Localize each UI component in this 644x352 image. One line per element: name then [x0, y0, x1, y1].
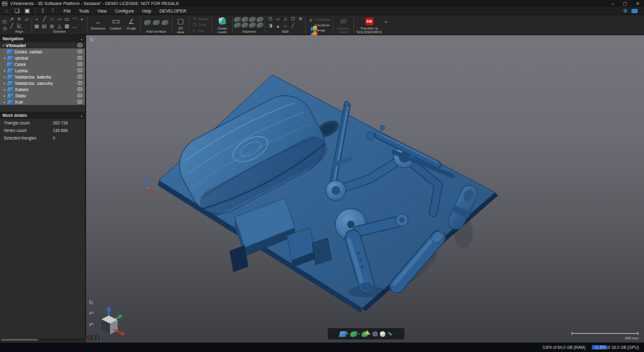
viewport-rotate-icon[interactable]: ↻	[90, 37, 94, 43]
improve-smooth-icon[interactable]	[257, 17, 264, 22]
mesh-display-icon[interactable]	[339, 331, 347, 337]
distance-button[interactable]: ↔ Distance	[89, 16, 108, 35]
visibility-eye-icon[interactable]	[77, 75, 82, 79]
tree-node-mesh[interactable]: Celek	[0, 61, 85, 67]
tree-node-mesh[interactable]: ▸ Kabely	[0, 86, 85, 92]
feedback-chat-icon[interactable]	[631, 9, 638, 13]
turntable-rotate-icon[interactable]: ↻	[89, 299, 94, 305]
3d-viewport[interactable]: ↻ ↻ ↶ ↶ X Y Z ▾ ▾ ▾ ◍	[86, 35, 644, 343]
edit-crop-icon[interactable]: ◳	[267, 16, 274, 22]
tree-node-mesh[interactable]: Deska_zaklad	[0, 48, 85, 55]
roll-left-icon[interactable]: ↶	[89, 311, 94, 317]
combine-button[interactable]: Combine	[308, 23, 330, 28]
align-best-fit-icon[interactable]: ✳	[16, 16, 23, 22]
tree-node-mesh[interactable]: ▸ Stativ	[0, 92, 85, 99]
edit-split-icon[interactable]: ◨	[267, 23, 274, 29]
transfer-to-solidworks-button[interactable]: SW Transfer to SOLIDWORKS ▾	[355, 16, 388, 35]
panel-scrollbar-thumb[interactable]	[1, 339, 38, 341]
visibility-eye-icon[interactable]	[77, 56, 82, 60]
edit-boolean-icon[interactable]: ⊕	[297, 16, 304, 22]
edit-mirror-icon[interactable]: ◫	[289, 16, 296, 22]
menu-file[interactable]: File	[64, 9, 70, 13]
2d-view-button[interactable]: ▢ 2D view	[174, 16, 187, 35]
visibility-eye-icon[interactable]	[77, 100, 82, 104]
entity-rectangle-icon[interactable]: ▭	[64, 16, 70, 22]
edit-triangle-icon[interactable]: △	[282, 16, 289, 22]
roll-right-icon[interactable]: ↶	[89, 322, 94, 328]
orbit-sphere-icon[interactable]: ◴	[1, 19, 8, 25]
tree-node-mesh[interactable]: ▸ Nabijecka_baterky	[0, 74, 85, 80]
orbit-rotate-icon[interactable]: ◷	[1, 26, 8, 32]
save-icon[interactable]: ▣	[23, 8, 31, 14]
surface-display-icon[interactable]	[350, 331, 357, 337]
entity-circle-icon[interactable]: ○	[48, 16, 55, 22]
deviation-display-icon[interactable]	[362, 331, 369, 337]
new-file-icon[interactable]: ❏	[13, 8, 21, 14]
entity-sphere-icon[interactable]: ◍	[48, 23, 55, 29]
entity-cylinder-icon[interactable]: ▤	[41, 23, 48, 29]
mesh-details-header[interactable]: Mesh details ▴	[0, 112, 85, 119]
curve-display-icon[interactable]: ∿	[387, 331, 392, 337]
visibility-eye-icon[interactable]	[77, 87, 82, 91]
visibility-eye-icon[interactable]	[77, 94, 82, 97]
edit-bridge-icon[interactable]: ╱	[289, 23, 296, 29]
improve-spikes-icon[interactable]	[249, 17, 256, 22]
visibility-eye-icon[interactable]	[77, 62, 82, 66]
visibility-eye-icon[interactable]	[77, 50, 82, 53]
visibility-eye-icon[interactable]	[77, 43, 82, 47]
home-icon[interactable]: ⌂	[3, 8, 11, 14]
maximize-button[interactable]: ▢	[623, 1, 628, 6]
close-button[interactable]: ✕	[636, 1, 640, 6]
entity-cone-icon[interactable]: △	[56, 23, 63, 29]
improve-fill-holes-icon[interactable]	[234, 17, 241, 22]
align-target-icon[interactable]: ⇗	[8, 16, 15, 22]
entity-curve-icon[interactable]: ◡	[71, 23, 78, 29]
entity-patch-icon[interactable]: ◗	[79, 16, 86, 22]
entity-point-icon[interactable]: •	[33, 16, 40, 22]
menu-configure[interactable]: Configure	[115, 9, 134, 13]
clean-mesh-button[interactable]: Clean mesh	[213, 16, 231, 35]
tree-node-vxmodel[interactable]: ▾ VXmodel	[0, 42, 85, 48]
angle-button[interactable]: ∠ Angle	[124, 16, 139, 35]
edit-plane-cut-icon[interactable]: ▱	[274, 16, 281, 22]
add-surface-fill-icon[interactable]	[162, 20, 169, 25]
menu-tools[interactable]: Tools	[79, 9, 89, 13]
entity-slab-icon[interactable]: ▩	[64, 23, 70, 29]
improve-refine-icon[interactable]	[242, 23, 248, 28]
caliper-button[interactable]: ⊏⊐ Caliper	[108, 16, 124, 35]
tree-node-mesh[interactable]: ▸ gimbal	[0, 55, 85, 61]
wireframe-display-icon[interactable]: ◍	[372, 331, 378, 337]
entity-ellipse-icon[interactable]: ○	[56, 16, 63, 22]
align-plane-icon[interactable]: ▱	[23, 16, 30, 22]
tree-node-mesh[interactable]: ▸ Kufr	[0, 99, 85, 105]
add-surface-flat-icon[interactable]	[144, 20, 151, 25]
edit-extrude-icon[interactable]: ▲	[274, 23, 281, 29]
align-axes-icon[interactable]	[16, 23, 23, 29]
tree-node-mesh[interactable]: ▸ Nabijecka_zasuvky	[0, 80, 85, 86]
edit-waterproof-icon[interactable]: ≈	[282, 23, 289, 29]
menu-view[interactable]: View	[97, 9, 107, 13]
visibility-eye-icon[interactable]	[77, 81, 82, 85]
visibility-eye-icon[interactable]	[77, 69, 82, 72]
entity-grid-icon[interactable]: ▦	[33, 23, 40, 29]
improve-defeature-icon[interactable]	[257, 23, 264, 28]
add-surface-curved-icon[interactable]	[153, 20, 160, 25]
surface-display-caret-icon[interactable]: ▾	[358, 332, 360, 336]
improve-decimate-icon[interactable]	[234, 23, 241, 28]
menu-developer[interactable]: DEVELOPER	[159, 9, 186, 13]
minimize-button[interactable]: –	[612, 1, 614, 6]
navigation-header[interactable]: Navigation ▴	[0, 35, 85, 42]
online-services-icon[interactable]: ⊕	[623, 8, 628, 14]
menu-help[interactable]: Help	[142, 9, 151, 13]
improve-remesh-icon[interactable]	[249, 23, 256, 28]
import-session-icon[interactable]: ↥	[38, 8, 47, 14]
improve-boundary-icon[interactable]	[242, 17, 248, 22]
mesh-display-caret-icon[interactable]: ▾	[347, 332, 349, 336]
entity-line-icon[interactable]: ╱	[41, 16, 48, 22]
shaded-display-icon[interactable]	[380, 331, 386, 337]
align-line-icon[interactable]: ╱	[8, 23, 15, 29]
tree-node-mesh[interactable]: ▸ Lyzina	[0, 67, 85, 74]
orientation-cube[interactable]	[94, 305, 126, 338]
entity-arc-icon[interactable]: ◠	[71, 16, 78, 22]
transfer-dropdown-caret-icon[interactable]: ▾	[384, 19, 388, 24]
